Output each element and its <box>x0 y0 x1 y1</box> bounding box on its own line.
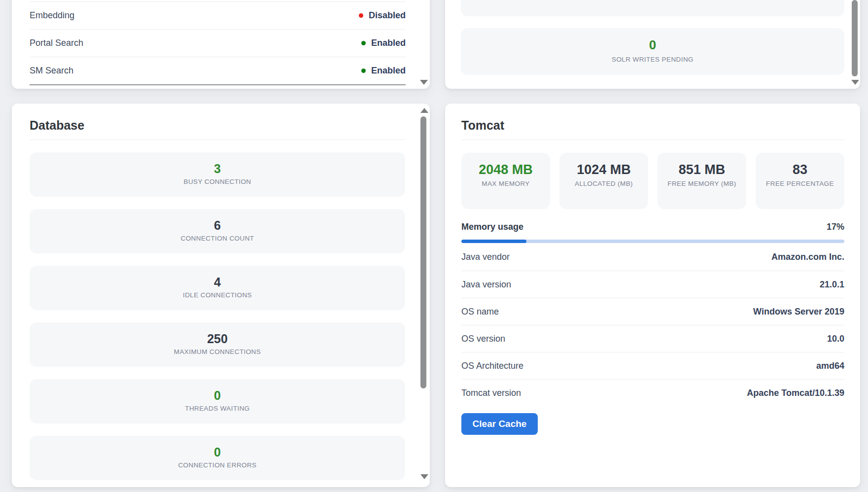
info-row-value: Windows Server 2019 <box>753 307 844 317</box>
info-row-label: OS Architecture <box>461 361 523 371</box>
info-row-value: 21.0.1 <box>820 280 844 290</box>
stat-value: 6 <box>214 219 221 232</box>
stat-label: BUSY CONNECTION <box>183 177 251 187</box>
info-row-label: OS version <box>461 334 505 344</box>
stat-tile: 83 FREE PERCENTAGE <box>756 153 844 209</box>
stat-tile: 4 IDLE CONNECTIONS <box>30 266 405 310</box>
scroll-down-icon[interactable] <box>851 80 859 85</box>
info-row-value: amd64 <box>816 361 844 371</box>
info-row: OS name Windows Server 2019 <box>461 298 844 325</box>
stat-label: CONNECTION ERRORS <box>178 460 256 470</box>
status-row: Portal Search Enabled <box>30 29 406 57</box>
stat-label: MAX MEMORY <box>482 179 530 189</box>
database-tiles: 3 BUSY CONNECTION 6 CONNECTION COUNT 4 I… <box>30 152 405 480</box>
scroll-down-icon[interactable] <box>420 80 428 85</box>
stat-tile: 0 CONNECTION ERRORS <box>30 436 405 480</box>
divider <box>461 140 844 140</box>
clear-cache-button[interactable]: Clear Cache <box>461 413 538 435</box>
status-text: Enabled <box>371 38 406 48</box>
status-dot-icon <box>359 13 363 18</box>
tomcat-card: Tomcat 2048 MB MAX MEMORY 1024 MB ALLOCA… <box>445 104 860 487</box>
status-text: Disabled <box>369 10 406 21</box>
info-row: Java vendor Amazon.com Inc. <box>461 244 844 271</box>
status-row-label: Embedding <box>30 10 74 21</box>
search-status-card: Embedding Disabled Portal Search Enabled <box>12 0 430 89</box>
stat-tile: SOLR WRITES COMPLETED <box>461 0 844 16</box>
stat-value: 0 <box>649 38 656 52</box>
scroll-down-icon[interactable] <box>420 474 428 479</box>
status-row-value: Disabled <box>359 10 406 21</box>
database-card: Database 3 BUSY CONNECTION 6 CONNECTION … <box>12 104 430 487</box>
tomcat-info-rows: Java vendor Amazon.com Inc. Java version… <box>461 244 844 406</box>
info-row: Java version 21.0.1 <box>461 271 844 298</box>
memory-usage-bar <box>461 240 844 243</box>
status-row: Embedding Disabled <box>30 1 406 29</box>
status-row-label: Portal Search <box>30 38 83 48</box>
scroll-up-icon[interactable] <box>420 108 428 113</box>
stat-value: 0 <box>214 446 221 458</box>
stat-tile: 851 MB FREE MEMORY (MB) <box>658 153 746 209</box>
info-row-label: Tomcat version <box>461 388 521 398</box>
tomcat-tiles: 2048 MB MAX MEMORY 1024 MB ALLOCATED (MB… <box>461 153 844 209</box>
stat-value: 3 <box>214 162 221 175</box>
scrollbar-thumb[interactable] <box>420 116 426 388</box>
stat-value: 4 <box>214 276 221 288</box>
stat-tile: 0 SOLR WRITES PENDING <box>461 28 844 75</box>
status-row-label: SM Search <box>30 66 73 76</box>
divider <box>30 140 405 140</box>
scrollbar-thumb[interactable] <box>852 0 858 76</box>
status-dot-icon <box>361 41 366 45</box>
info-row-value: Amazon.com Inc. <box>771 252 844 262</box>
stat-label: SOLR WRITES PENDING <box>612 55 694 65</box>
memory-usage-row: Memory usage 17% <box>461 222 844 232</box>
stat-label: CONNECTION COUNT <box>181 234 254 244</box>
stat-tile: 2048 MB MAX MEMORY <box>461 153 550 209</box>
status-row-value: Enabled <box>361 66 406 76</box>
dashboard: Embedding Disabled Portal Search Enabled <box>0 0 868 492</box>
status-row: SM Search Enabled <box>30 57 406 84</box>
info-row-label: Java vendor <box>461 252 510 262</box>
info-row-value: Apache Tomcat/10.1.39 <box>747 388 844 398</box>
info-row: Tomcat version Apache Tomcat/10.1.39 <box>461 379 844 406</box>
stat-tile: 1024 MB ALLOCATED (MB) <box>559 153 648 209</box>
stat-label: FREE PERCENTAGE <box>766 179 834 189</box>
stat-label: MAXIMUM CONNECTIONS <box>174 347 261 357</box>
stat-label: FREE MEMORY (MB) <box>667 179 736 189</box>
stat-value: 83 <box>793 163 807 176</box>
info-row: OS version 10.0 <box>461 325 844 352</box>
stat-tile: 3 BUSY CONNECTION <box>30 152 405 197</box>
solr-tiles: SOLR WRITES COMPLETED 0 SOLR WRITES PEND… <box>461 0 844 75</box>
memory-usage-percent: 17% <box>827 222 844 232</box>
status-row-value: Enabled <box>361 38 406 48</box>
stat-tile: 6 CONNECTION COUNT <box>30 209 405 253</box>
status-dot-icon <box>361 69 366 73</box>
search-status-rows: Embedding Disabled Portal Search Enabled <box>30 1 406 85</box>
solr-card: SOLR WRITES COMPLETED 0 SOLR WRITES PEND… <box>445 0 860 89</box>
stat-label: ALLOCATED (MB) <box>575 179 633 189</box>
stat-value: 2048 MB <box>479 163 533 176</box>
stat-value: 250 <box>207 332 228 345</box>
status-text: Enabled <box>371 66 406 76</box>
info-row-label: Java version <box>461 280 511 290</box>
info-row-value: 10.0 <box>827 334 844 344</box>
info-row-label: OS name <box>461 307 499 317</box>
stat-tile: 0 THREADS WAITING <box>30 379 405 423</box>
tomcat-card-title: Tomcat <box>461 118 504 133</box>
memory-usage-fill <box>461 240 526 243</box>
stat-value: 0 <box>214 389 221 402</box>
stat-value: 1024 MB <box>577 163 631 176</box>
stat-tile: 250 MAXIMUM CONNECTIONS <box>30 322 405 367</box>
info-row: OS Architecture amd64 <box>461 352 844 379</box>
stat-label: IDLE CONNECTIONS <box>183 290 252 300</box>
stat-label: THREADS WAITING <box>185 404 250 414</box>
database-card-title: Database <box>30 118 84 133</box>
memory-usage-label: Memory usage <box>461 222 523 232</box>
stat-value: 851 MB <box>679 163 726 176</box>
